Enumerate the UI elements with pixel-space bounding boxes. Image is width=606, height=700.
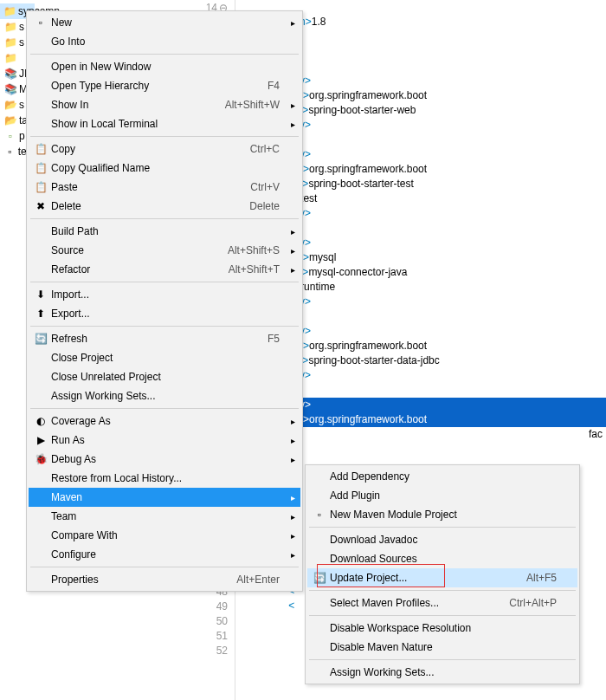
menu-item-source[interactable]: SourceAlt+Shift+S▸ (29, 241, 300, 260)
folder-icon: 📂 (3, 113, 17, 127)
blank-icon (30, 35, 51, 49)
menu-item-delete[interactable]: ✖DeleteDelete (29, 197, 300, 216)
menu-item-close-project[interactable]: Close Project (29, 348, 300, 367)
blank-icon (30, 224, 51, 238)
submenu-arrow-icon: ▸ (291, 120, 295, 129)
menu-item-go-into[interactable]: Go Into (29, 32, 300, 51)
import-icon: ⬇ (30, 288, 51, 301)
blank-icon (30, 509, 51, 523)
blank-icon (30, 79, 51, 93)
menu-item-maven[interactable]: Maven▸ (29, 488, 300, 507)
paste-icon: 📋 (30, 180, 51, 194)
menu-item-compare-with[interactable]: Compare With▸ (29, 526, 300, 545)
menu-item-new-maven-module-project[interactable]: ▫New Maven Module Project (307, 505, 577, 524)
update-icon: 🔄 (309, 571, 330, 585)
folder-icon: 📁 (3, 36, 17, 49)
file-icon: ▫ (3, 129, 17, 143)
submenu-arrow-icon: ▸ (291, 493, 295, 502)
delete-icon: ✖ (30, 199, 51, 213)
submenu-arrow-icon: ▸ (291, 550, 295, 560)
menu-item-build-path[interactable]: Build Path▸ (29, 222, 300, 241)
menu-item-team[interactable]: Team▸ (29, 507, 300, 526)
menu-item-debug-as[interactable]: 🐞Debug As▸ (29, 450, 300, 469)
menu-item-assign-working-sets-[interactable]: Assign Working Sets... (29, 386, 300, 405)
library-icon: 📚 (3, 82, 17, 96)
submenu-arrow-icon: ▸ (291, 100, 295, 110)
blank-icon (30, 490, 51, 504)
library-icon: 📚 (3, 67, 17, 81)
submenu-arrow-icon: ▸ (291, 531, 295, 541)
menu-item-show-in-local-terminal[interactable]: Show in Local Terminal▸ (29, 114, 300, 133)
folder-icon: 📁 (3, 51, 17, 65)
refresh-icon: 🔄 (30, 332, 51, 346)
menu-item-restore-from-local-history-[interactable]: Restore from Local History... (29, 469, 300, 488)
menu-item-paste[interactable]: 📋PasteCtrl+V (29, 178, 300, 197)
blank-icon (30, 573, 51, 587)
menu-item-refactor[interactable]: RefactorAlt+Shift+T▸ (29, 260, 300, 279)
menu-item-open-in-new-window[interactable]: Open in New Window (29, 57, 300, 76)
blank-icon (30, 370, 51, 384)
maven-submenu[interactable]: Add DependencyAdd Plugin▫New Maven Modul… (305, 464, 580, 684)
maven-icon: ▫ (309, 508, 330, 522)
copy-icon: 📋 (30, 161, 51, 175)
blank-icon (309, 552, 330, 566)
menu-item-properties[interactable]: PropertiesAlt+Enter (29, 570, 300, 589)
submenu-arrow-icon: ▸ (291, 246, 295, 256)
menu-item-export-[interactable]: ⬆Export... (29, 304, 300, 323)
menu-item-add-plugin[interactable]: Add Plugin (307, 486, 577, 505)
folder-icon: 📁 (3, 20, 17, 34)
submenu-arrow-icon: ▸ (291, 512, 295, 522)
project-icon: 📁 (3, 4, 16, 18)
menu-item-copy[interactable]: 📋CopyCtrl+C (29, 139, 300, 159)
menu-item-update-project-[interactable]: 🔄Update Project...Alt+F5 (307, 568, 577, 587)
submenu-arrow-icon: ▸ (291, 265, 295, 275)
new-icon: ▫ (30, 16, 51, 29)
menu-item-download-sources[interactable]: Download Sources (307, 549, 577, 568)
copy-icon: 📋 (30, 142, 51, 156)
blank-icon (30, 471, 51, 485)
submenu-arrow-icon: ▸ (291, 227, 295, 237)
blank-icon (30, 243, 51, 257)
coverage-icon: ◐ (30, 414, 51, 428)
menu-item-copy-qualified-name[interactable]: 📋Copy Qualified Name (29, 159, 300, 178)
blank-icon (309, 621, 330, 635)
blank-icon (30, 60, 51, 74)
menu-item-disable-maven-nature[interactable]: Disable Maven Nature (307, 638, 577, 657)
folder-icon: 📂 (3, 98, 17, 112)
blank-icon (30, 262, 51, 276)
menu-item-disable-workspace-resolution[interactable]: Disable Workspace Resolution (307, 619, 577, 638)
submenu-arrow-icon: ▸ (291, 455, 295, 464)
file-icon: ▫ (3, 145, 16, 159)
blank-icon (30, 528, 51, 542)
menu-item-select-maven-profiles-[interactable]: Select Maven Profiles...Ctrl+Alt+P (307, 593, 577, 612)
context-menu[interactable]: ▫New▸Go IntoOpen in New WindowOpen Type … (26, 10, 303, 592)
blank-icon (30, 351, 51, 365)
menu-item-close-unrelated-project[interactable]: Close Unrelated Project (29, 367, 300, 386)
menu-item-open-type-hierarchy[interactable]: Open Type HierarchyF4 (29, 76, 300, 95)
blank-icon (309, 665, 330, 679)
menu-item-configure[interactable]: Configure▸ (29, 545, 300, 564)
menu-item-run-as[interactable]: ▶Run As▸ (29, 431, 300, 450)
menu-item-import-[interactable]: ⬇Import... (29, 285, 300, 304)
blank-icon (309, 470, 330, 483)
menu-item-refresh[interactable]: 🔄RefreshF5 (29, 329, 300, 348)
debug-icon: 🐞 (30, 452, 51, 466)
menu-item-download-javadoc[interactable]: Download Javadoc (307, 530, 577, 549)
submenu-arrow-icon: ▸ (291, 18, 295, 28)
blank-icon (30, 117, 51, 131)
submenu-arrow-icon: ▸ (291, 417, 295, 426)
blank-icon (30, 389, 51, 403)
blank-icon (30, 548, 51, 561)
menu-item-add-dependency[interactable]: Add Dependency (307, 467, 577, 486)
blank-icon (309, 596, 330, 610)
blank-icon (309, 489, 330, 502)
blank-icon (30, 98, 51, 112)
blank-icon (309, 533, 330, 547)
export-icon: ⬆ (30, 307, 51, 321)
menu-item-new[interactable]: ▫New▸ (29, 13, 300, 32)
run-icon: ▶ (30, 433, 51, 447)
menu-item-show-in[interactable]: Show InAlt+Shift+W▸ (29, 95, 300, 114)
menu-item-coverage-as[interactable]: ◐Coverage As▸ (29, 412, 300, 431)
menu-item-assign-working-sets-[interactable]: Assign Working Sets... (307, 663, 577, 682)
blank-icon (309, 640, 330, 654)
